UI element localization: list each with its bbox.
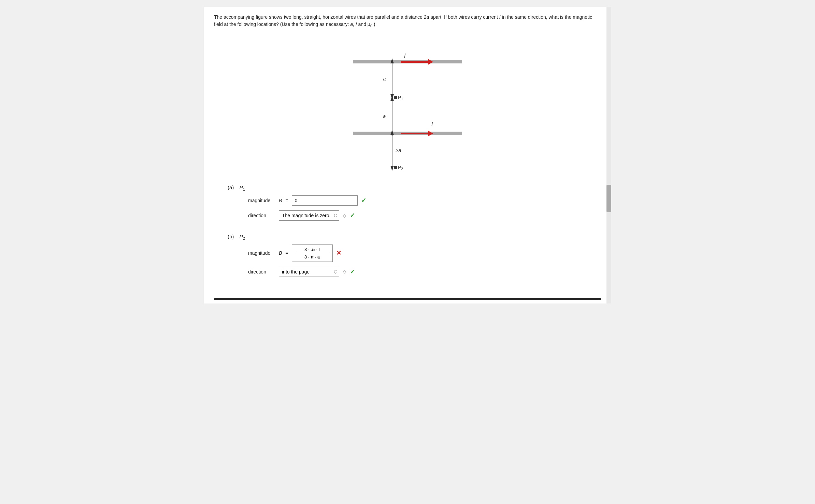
scrollbar-thumb[interactable]: [606, 185, 611, 212]
magnitude-row-a: magnitude B = ✓: [248, 195, 601, 206]
B-label-a: B: [279, 198, 282, 203]
section-a: (a) P1 magnitude B = ✓ direction The mag…: [228, 184, 601, 225]
svg-point-22: [394, 166, 397, 169]
svg-point-8: [394, 96, 397, 99]
direction-row-a: direction The magnitude is zero. into th…: [248, 210, 601, 221]
magnitude-check-a: ✓: [361, 197, 366, 204]
svg-text:a: a: [383, 76, 386, 81]
scrollbar[interactable]: [606, 7, 611, 303]
B-label-b: B: [279, 250, 282, 256]
direction-label-b: direction: [248, 269, 275, 275]
svg-text:P2: P2: [398, 165, 403, 171]
part-a-label: (a): [228, 184, 234, 190]
fraction-numerator-b: 3 · μ₀ · I: [296, 247, 329, 253]
magnitude-label-b: magnitude: [248, 250, 275, 256]
eq-sign-a: =: [285, 198, 288, 203]
section-a-title: (a) P1: [228, 184, 601, 191]
figure-svg: I a P1 a I: [319, 34, 496, 178]
fraction-denominator-b: 8 · π · a: [296, 254, 329, 260]
magnitude-check-b: ✕: [336, 249, 341, 257]
svg-rect-1: [401, 61, 428, 63]
problem-text: The accompanying figure shows two long, …: [214, 14, 601, 29]
svg-marker-2: [428, 59, 433, 65]
svg-text:a: a: [383, 113, 386, 119]
svg-rect-16: [401, 133, 428, 134]
direction-select-wrapper-b[interactable]: into the page out of the page The magnit…: [279, 267, 339, 277]
svg-marker-11: [390, 96, 394, 101]
figure-container: I a P1 a I: [319, 34, 496, 178]
magnitude-row-b: magnitude B = 3 · μ₀ · I 8 · π · a ✕: [248, 244, 601, 262]
direction-row-b: direction into the page out of the page …: [248, 267, 601, 277]
direction-spinner-a: ◇: [343, 213, 346, 218]
svg-text:I: I: [404, 53, 406, 59]
direction-check-a: ✓: [350, 212, 355, 219]
main-page: The accompanying figure shows two long, …: [204, 7, 611, 303]
magnitude-input-a[interactable]: [292, 195, 358, 206]
section-b: (b) P2 magnitude B = 3 · μ₀ · I 8 · π · …: [228, 234, 601, 282]
direction-check-b: ✓: [350, 268, 355, 276]
bottom-bar: [214, 298, 601, 300]
part-b-point: P2: [240, 234, 245, 240]
svg-marker-20: [390, 166, 394, 171]
direction-select-wrapper-a[interactable]: The magnitude is zero. into the page out…: [279, 210, 339, 221]
magnitude-label-a: magnitude: [248, 198, 275, 203]
direction-spinner-b: ◇: [343, 269, 346, 275]
direction-select-b[interactable]: into the page out of the page The magnit…: [279, 267, 339, 277]
svg-text:P1: P1: [398, 95, 403, 101]
svg-text:2a: 2a: [395, 147, 401, 153]
part-b-label: (b): [228, 234, 234, 239]
svg-marker-17: [428, 131, 433, 136]
part-a-point: P1: [240, 184, 245, 191]
direction-select-a[interactable]: The magnitude is zero. into the page out…: [279, 210, 339, 221]
eq-sign-b: =: [285, 250, 288, 256]
direction-label-a: direction: [248, 213, 275, 218]
magnitude-fraction-b[interactable]: 3 · μ₀ · I 8 · π · a: [292, 244, 333, 262]
section-b-title: (b) P2: [228, 234, 601, 240]
svg-text:I: I: [431, 121, 433, 127]
